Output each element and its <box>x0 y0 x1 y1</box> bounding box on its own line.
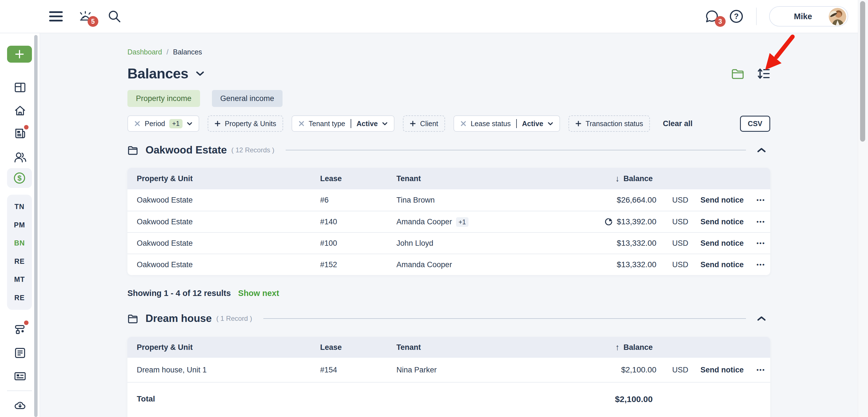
folder-view-icon[interactable] <box>731 68 744 79</box>
row-more-icon[interactable]: ••• <box>756 367 766 373</box>
notifications-button[interactable]: 5 <box>78 9 93 24</box>
cell-property: Oakwood Estate <box>127 239 320 248</box>
messages-button[interactable]: 3 <box>705 9 720 24</box>
table-row[interactable]: Oakwood Estate #152 Amanda Cooper $13,33… <box>127 254 770 275</box>
workspace-item[interactable]: RE <box>14 257 25 266</box>
balances-table-oakwood: Property & Unit Lease Tenant ↓ Balance O… <box>127 168 770 275</box>
chevron-down-icon <box>548 122 553 126</box>
remove-filter-icon[interactable] <box>299 120 305 127</box>
workspace-item[interactable]: RE <box>14 294 25 302</box>
dashboard-grid-icon <box>13 81 27 94</box>
sort-asc-icon: ↑ <box>615 343 619 352</box>
column-header-property[interactable]: Property & Unit <box>127 343 320 352</box>
sidebar-item-news[interactable] <box>13 126 27 141</box>
filter-label: Property & Units <box>225 119 276 128</box>
sort-desc-icon: ↓ <box>615 174 619 183</box>
collapse-section-icon[interactable] <box>757 316 766 321</box>
create-new-button[interactable] <box>7 46 32 63</box>
table-row[interactable]: Oakwood Estate #100 John Lloyd $13,332.0… <box>127 232 770 254</box>
column-header-tenant[interactable]: Tenant <box>396 343 566 352</box>
table-total-row: Total $2,100.00 <box>127 382 770 417</box>
tab-general-income[interactable]: General income <box>212 90 283 107</box>
pagination: Showing 1 - 4 of 12 results Show next <box>127 289 770 298</box>
sidebar-item-documents[interactable] <box>13 346 27 360</box>
row-more-icon[interactable]: ••• <box>756 240 766 247</box>
balances-table-dream-house: Property & Unit Lease Tenant ↑ Balance D… <box>127 337 770 417</box>
send-notice-button[interactable]: Send notice <box>701 217 746 226</box>
sidebar-item-contacts[interactable] <box>13 150 27 165</box>
row-density-icon[interactable] <box>757 67 770 80</box>
table-row[interactable]: Dream house, Unit 1 #154 Nina Parker $2,… <box>127 358 770 382</box>
column-header-tenant[interactable]: Tenant <box>396 174 566 183</box>
column-header-balance[interactable]: ↓ Balance <box>566 174 770 183</box>
send-notice-button[interactable]: Send notice <box>701 260 746 269</box>
sidebar-item-listings[interactable] <box>13 369 27 383</box>
page-scrollbar[interactable] <box>858 0 868 417</box>
tab-property-income[interactable]: Property income <box>127 90 200 107</box>
sidebar-item-downloads[interactable] <box>13 397 27 412</box>
sidebar: $ TN PM BN RE MT RE <box>0 33 40 417</box>
filter-tenant-type[interactable]: Tenant type Active <box>291 115 395 132</box>
sidebar-item-tasks[interactable] <box>13 322 27 336</box>
document-icon <box>13 346 27 360</box>
sidebar-item-money-active[interactable]: $ <box>7 168 32 188</box>
cell-currency: USD <box>672 217 688 226</box>
column-header-lease[interactable]: Lease <box>320 343 396 352</box>
help-icon[interactable]: ? <box>729 9 744 24</box>
user-menu-button[interactable]: Mike <box>769 6 848 27</box>
table-row[interactable]: Oakwood Estate #6 Tina Brown $26,664.00 … <box>127 189 770 211</box>
breadcrumb-separator: / <box>166 48 168 56</box>
chevron-down-icon <box>187 122 192 126</box>
sidebar-item-home[interactable] <box>13 103 27 118</box>
filter-lease-status[interactable]: Lease status Active <box>454 115 560 132</box>
sidebar-item-dashboard[interactable] <box>13 80 27 95</box>
section-divider-line <box>286 150 746 150</box>
workspace-item[interactable]: MT <box>14 275 25 283</box>
clear-all-filters[interactable]: Clear all <box>663 119 692 128</box>
table-row[interactable]: Oakwood Estate #140 Amanda Cooper+1 $13,… <box>127 211 770 232</box>
filter-add-property-units[interactable]: Property & Units <box>208 115 283 132</box>
send-notice-button[interactable]: Send notice <box>701 196 746 205</box>
menu-icon[interactable] <box>49 11 63 22</box>
tenant-more-badge[interactable]: +1 <box>456 217 468 227</box>
filter-label: Lease status <box>471 119 511 128</box>
sidebar-scrollbar[interactable] <box>34 35 38 417</box>
news-notification-dot <box>24 125 29 130</box>
workspace-item[interactable]: PM <box>14 221 25 229</box>
page-scrollbar-thumb[interactable] <box>860 1 865 142</box>
row-more-icon[interactable]: ••• <box>756 197 766 203</box>
filter-bar: Period +1 Property & Units Tenant type A… <box>127 115 770 132</box>
filter-add-client[interactable]: Client <box>403 115 445 132</box>
export-csv-button[interactable]: CSV <box>740 116 770 132</box>
top-bar: 5 3 ? Mike <box>0 0 858 33</box>
cell-balance: $13,332.00 <box>566 239 656 248</box>
collapse-section-icon[interactable] <box>757 147 766 153</box>
filter-label: Tenant type <box>309 119 345 128</box>
page-title: Balances <box>127 65 188 82</box>
folder-icon <box>127 313 138 324</box>
send-notice-button[interactable]: Send notice <box>701 366 746 374</box>
cell-tenant: Nina Parker <box>396 366 566 374</box>
column-header-lease[interactable]: Lease <box>320 174 396 183</box>
section-header-oakwood: Oakwood Estate ( 12 Records ) <box>127 144 770 156</box>
remove-filter-icon[interactable] <box>460 120 466 127</box>
send-notice-button[interactable]: Send notice <box>701 239 746 248</box>
row-more-icon[interactable]: ••• <box>756 261 766 268</box>
column-header-balance[interactable]: ↑ Balance <box>566 343 770 352</box>
sidebar-divider <box>7 390 32 391</box>
remove-filter-icon[interactable] <box>134 120 141 127</box>
row-more-icon[interactable]: ••• <box>756 218 766 225</box>
section-title: Dream house <box>146 313 212 324</box>
people-icon <box>13 150 27 164</box>
search-icon[interactable] <box>107 9 122 24</box>
filter-add-transaction-status[interactable]: Transaction status <box>568 115 650 132</box>
plus-icon <box>410 120 416 127</box>
show-next-link[interactable]: Show next <box>238 289 279 298</box>
title-chevron-down-icon[interactable] <box>196 71 204 76</box>
workspace-item-active[interactable]: BN <box>14 239 25 247</box>
breadcrumb-dashboard[interactable]: Dashboard <box>127 48 162 56</box>
section-record-count: ( 12 Records ) <box>231 146 274 154</box>
column-header-property[interactable]: Property & Unit <box>127 174 320 183</box>
filter-period[interactable]: Period +1 <box>127 115 199 132</box>
workspace-item[interactable]: TN <box>14 203 24 211</box>
